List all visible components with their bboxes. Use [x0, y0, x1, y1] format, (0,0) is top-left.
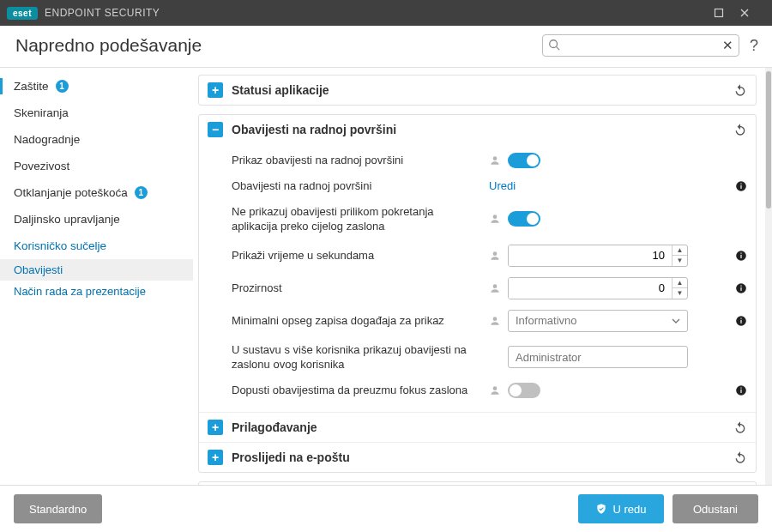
ok-button[interactable]: U redu: [578, 494, 664, 523]
panel-desktop-notifications: − Obavijesti na radnoj površini Prikaz o…: [198, 114, 757, 473]
panel-title: Obavijesti na radnoj površini: [232, 123, 725, 136]
subpanel-title: Proslijedi na e-poštu: [232, 450, 725, 464]
row-label: Minimalni opseg zapisa događaja za prika…: [232, 313, 480, 329]
search-wrap: ✕: [542, 34, 739, 57]
spin-down-icon[interactable]: ▼: [672, 256, 687, 266]
scrollbar-thumb[interactable]: [766, 71, 771, 209]
row-multiuser: U sustavu s više korisnika prikazuj obav…: [232, 337, 747, 378]
scrollbar[interactable]: [765, 68, 772, 485]
edit-link[interactable]: Uredi: [489, 179, 516, 192]
user-scope-icon: [489, 250, 501, 262]
verbosity-select[interactable]: Informativno: [508, 310, 688, 332]
sidebar-sub-notifications[interactable]: Obavijesti: [0, 259, 193, 281]
subpanel-title: Prilagođavanje: [232, 420, 725, 434]
main: + Statusi aplikacije − Obavijesti na rad…: [193, 68, 772, 485]
info-icon[interactable]: [735, 250, 747, 262]
sidebar-item-ui[interactable]: Korisničko sučelje: [0, 233, 193, 259]
seconds-stepper[interactable]: ▲ ▼: [508, 245, 688, 267]
row-transparency: Prozirnost ▲ ▼: [232, 272, 747, 305]
select-value: Informativno: [516, 314, 577, 327]
badge-icon: 1: [56, 80, 69, 93]
row-label: Dopusti obavijestima da preuzmu fokus za…: [232, 383, 480, 398]
revert-icon[interactable]: [733, 83, 747, 97]
transparency-input[interactable]: [509, 278, 672, 299]
revert-icon[interactable]: [733, 123, 747, 136]
row-show-desktop-notifications: Prikaz obavijesti na radnoj površini: [232, 148, 747, 173]
svg-rect-6: [740, 183, 741, 184]
subpanel-customization: + Prilagođavanje: [199, 412, 756, 442]
svg-point-8: [493, 251, 498, 256]
default-button[interactable]: Standardno: [14, 494, 102, 523]
row-label: Prikaz obavijesti na radnoj površini: [232, 153, 480, 168]
user-scope-icon: [489, 315, 501, 327]
expand-icon[interactable]: +: [208, 82, 223, 98]
svg-rect-22: [740, 390, 741, 393]
user-scope-icon: [489, 282, 501, 294]
row-min-verbosity: Minimalni opseg zapisa događaja za prika…: [232, 305, 747, 337]
svg-point-7: [493, 215, 498, 219]
sidebar-item-updates[interactable]: Nadogradnje: [0, 126, 193, 153]
sidebar-item-label: Korisničko sučelje: [14, 239, 106, 252]
row-seconds: Prikaži vrijeme u sekundama ▲ ▼: [232, 239, 747, 272]
toggle-focus[interactable]: [508, 383, 540, 398]
multiuser-input[interactable]: [508, 346, 688, 368]
search-input[interactable]: [542, 34, 739, 57]
spin-up-icon[interactable]: ▲: [672, 278, 687, 289]
toggle-show-notifications[interactable]: [508, 153, 540, 168]
svg-point-20: [493, 386, 498, 390]
sidebar-item-label: Skeniranja: [14, 106, 69, 119]
svg-point-3: [493, 156, 498, 160]
spin-up-icon[interactable]: ▲: [672, 245, 687, 257]
svg-rect-11: [740, 252, 741, 253]
sidebar-item-scans[interactable]: Skeniranja: [0, 100, 193, 126]
svg-rect-0: [715, 9, 723, 17]
revert-icon[interactable]: [733, 450, 747, 464]
sidebar-item-connectivity[interactable]: Povezivost: [0, 153, 193, 179]
row-label: Prikaži vrijeme u sekundama: [232, 248, 480, 263]
expand-icon[interactable]: +: [208, 450, 223, 465]
collapse-icon[interactable]: −: [208, 122, 223, 137]
sidebar: Zaštite 1 Skeniranja Nadogradnje Poveziv…: [0, 68, 193, 485]
user-scope-icon: [489, 154, 501, 166]
product-name: ENDPOINT SECURITY: [45, 7, 160, 19]
revert-icon[interactable]: [733, 420, 747, 434]
sidebar-sub-presentation[interactable]: Način rada za prezentacije: [0, 281, 193, 302]
info-icon[interactable]: [735, 315, 747, 327]
panel-statuses: + Statusi aplikacije: [198, 75, 757, 106]
shield-check-icon: [595, 503, 607, 515]
sidebar-item-label: Povezivost: [14, 160, 69, 172]
row-label: Ne prikazuj obavijesti prilikom pokretan…: [232, 204, 480, 234]
sidebar-item-protection[interactable]: Zaštite 1: [0, 73, 193, 100]
svg-rect-18: [740, 319, 741, 323]
info-icon[interactable]: [735, 384, 747, 396]
help-icon[interactable]: ?: [750, 37, 758, 55]
ok-button-label: U redu: [612, 503, 646, 516]
sidebar-item-troubleshoot[interactable]: Otklanjanje poteškoća 1: [0, 179, 193, 206]
sidebar-item-label: Otklanjanje poteškoća: [14, 186, 128, 199]
subpanel-email-forward: + Proslijedi na e-poštu: [199, 442, 756, 472]
window-close-icon[interactable]: [739, 8, 765, 18]
info-icon[interactable]: [735, 282, 747, 294]
row-desktop-notifications-edit: Obavijesti na radnoj površini Uredi: [232, 173, 747, 199]
user-scope-icon: [489, 384, 501, 396]
window-maximize-icon[interactable]: [714, 8, 739, 18]
toggle-fullscreen-suppress[interactable]: [508, 211, 540, 227]
header: Napredno podešavanje ✕ ?: [0, 26, 772, 68]
svg-rect-14: [740, 287, 741, 290]
panel-title: Statusi aplikacije: [232, 83, 725, 97]
transparency-stepper[interactable]: ▲ ▼: [508, 277, 688, 299]
row-label: Prozirnost: [232, 281, 480, 296]
brand-badge: eset: [7, 7, 38, 20]
cancel-button[interactable]: Odustani: [672, 494, 758, 523]
sidebar-item-label: Zaštite: [14, 80, 49, 93]
titlebar: eset ENDPOINT SECURITY: [0, 0, 772, 26]
clear-search-icon[interactable]: ✕: [722, 38, 733, 53]
row-fullscreen-suppress: Ne prikazuj obavijesti prilikom pokretan…: [232, 199, 747, 239]
sidebar-item-label: Daljinsko upravljanje: [14, 213, 120, 226]
row-label: Obavijesti na radnoj površini: [232, 178, 480, 194]
expand-icon[interactable]: +: [208, 420, 223, 435]
sidebar-item-remote[interactable]: Daljinsko upravljanje: [0, 206, 193, 233]
spin-down-icon[interactable]: ▼: [672, 288, 687, 299]
info-icon[interactable]: [735, 180, 747, 192]
seconds-input[interactable]: [509, 245, 672, 266]
